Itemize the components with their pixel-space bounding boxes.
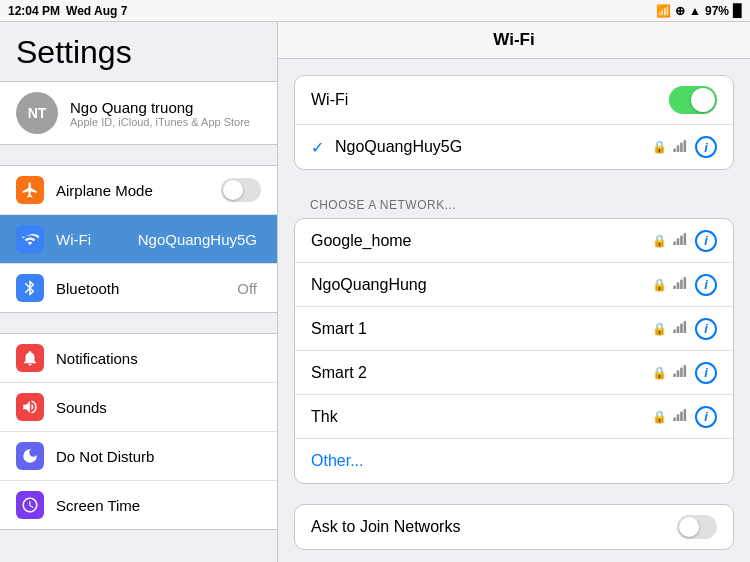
- svg-rect-21: [677, 414, 680, 421]
- notifications-label: Notifications: [56, 350, 261, 367]
- network-other[interactable]: Other...: [295, 439, 733, 483]
- lock-icon: 🔒: [652, 140, 667, 154]
- network-smart2[interactable]: Smart 2 🔒 i: [295, 351, 733, 395]
- settings-group-1: Airplane Mode Wi-Fi NgoQuangHuy5G Blueto…: [0, 165, 277, 313]
- battery-percent: 97%: [705, 4, 729, 18]
- network-google-home[interactable]: Google_home 🔒 i: [295, 219, 733, 263]
- wifi-toggle-row: Wi-Fi: [295, 76, 733, 125]
- user-info: Ngo Quang truong Apple ID, iCloud, iTune…: [70, 99, 250, 128]
- info-icon[interactable]: i: [695, 406, 717, 428]
- sidebar-item-dnd[interactable]: Do Not Disturb: [0, 432, 277, 481]
- wifi-sidebar-icon: [16, 225, 44, 253]
- signal-icon: [673, 321, 689, 336]
- status-bar: 12:04 PM Wed Aug 7 📶 ⊕ ▲ 97% ▉: [0, 0, 750, 22]
- bluetooth-icon: [16, 274, 44, 302]
- lock-icon: 🔒: [652, 234, 667, 248]
- svg-rect-6: [680, 236, 683, 245]
- lock-icon: 🔒: [652, 410, 667, 424]
- lock-icon: 🔒: [652, 278, 667, 292]
- svg-rect-11: [684, 277, 687, 289]
- sidebar-item-screentime[interactable]: Screen Time: [0, 481, 277, 529]
- airplane-icon: [16, 176, 44, 204]
- other-networks-label: Other...: [311, 452, 717, 470]
- battery-icon: ▉: [733, 4, 742, 18]
- user-profile[interactable]: NT Ngo Quang truong Apple ID, iCloud, iT…: [0, 81, 277, 145]
- status-bar-right: 📶 ⊕ ▲ 97% ▉: [656, 4, 742, 18]
- connected-network-icons: 🔒 i: [652, 136, 717, 158]
- connected-network-row[interactable]: ✓ NgoQuangHuy5G 🔒 i: [295, 125, 733, 169]
- network-icons: 🔒 i: [652, 406, 717, 428]
- sounds-icon: [16, 393, 44, 421]
- svg-rect-17: [677, 370, 680, 377]
- airplane-label: Airplane Mode: [56, 182, 221, 199]
- airplane-toggle[interactable]: [221, 178, 261, 202]
- wifi-content: Wi-Fi ✓ NgoQuangHuy5G 🔒: [278, 59, 750, 562]
- info-icon[interactable]: i: [695, 362, 717, 384]
- wifi-page-title: Wi-Fi: [493, 30, 534, 49]
- info-icon-connected[interactable]: i: [695, 136, 717, 158]
- main-container: Settings NT Ngo Quang truong Apple ID, i…: [0, 22, 750, 562]
- sidebar-item-airplane[interactable]: Airplane Mode: [0, 166, 277, 215]
- svg-rect-5: [677, 238, 680, 245]
- lock-icon: 🔒: [652, 366, 667, 380]
- bluetooth-value: Off: [237, 280, 257, 297]
- network-smart1[interactable]: Smart 1 🔒 i: [295, 307, 733, 351]
- svg-rect-10: [680, 280, 683, 289]
- user-subtitle: Apple ID, iCloud, iTunes & App Store: [70, 116, 250, 128]
- svg-rect-15: [684, 321, 687, 333]
- ask-join-row: Ask to Join Networks: [295, 505, 733, 549]
- sidebar: Settings NT Ngo Quang truong Apple ID, i…: [0, 22, 278, 562]
- network-icons: 🔒 i: [652, 362, 717, 384]
- ask-join-label: Ask to Join Networks: [311, 518, 677, 536]
- svg-rect-0: [673, 148, 676, 151]
- info-icon[interactable]: i: [695, 318, 717, 340]
- wifi-sidebar-value: NgoQuangHuy5G: [138, 231, 257, 248]
- info-icon[interactable]: i: [695, 274, 717, 296]
- svg-rect-1: [677, 145, 680, 152]
- signal-icon: [673, 233, 689, 248]
- sidebar-title: Settings: [0, 22, 277, 81]
- network-icons: 🔒 i: [652, 230, 717, 252]
- svg-rect-19: [684, 365, 687, 377]
- signal-icon: [673, 409, 689, 424]
- svg-rect-9: [677, 282, 680, 289]
- sidebar-item-sounds[interactable]: Sounds: [0, 383, 277, 432]
- date: Wed Aug 7: [66, 4, 127, 18]
- time: 12:04 PM: [8, 4, 60, 18]
- screentime-icon: [16, 491, 44, 519]
- svg-rect-14: [680, 324, 683, 333]
- status-bar-left: 12:04 PM Wed Aug 7: [8, 4, 127, 18]
- svg-rect-7: [684, 233, 687, 245]
- network-ngoquanghung[interactable]: NgoQuangHung 🔒 i: [295, 263, 733, 307]
- right-panel-header: Wi-Fi: [278, 22, 750, 59]
- ask-join-toggle[interactable]: [677, 515, 717, 539]
- svg-rect-16: [673, 374, 676, 377]
- svg-rect-3: [684, 140, 687, 152]
- user-name: Ngo Quang truong: [70, 99, 250, 116]
- network-name: NgoQuangHung: [311, 276, 652, 294]
- sidebar-item-bluetooth[interactable]: Bluetooth Off: [0, 264, 277, 312]
- avatar: NT: [16, 92, 58, 134]
- wifi-toggle[interactable]: [669, 86, 717, 114]
- sidebar-item-notifications[interactable]: Notifications: [0, 334, 277, 383]
- right-panel: Wi-Fi Wi-Fi ✓ NgoQuangHuy5G 🔒: [278, 22, 750, 562]
- svg-rect-23: [684, 409, 687, 421]
- network-name: Thk: [311, 408, 652, 426]
- svg-rect-8: [673, 286, 676, 289]
- network-thk[interactable]: Thk 🔒 i: [295, 395, 733, 439]
- network-icons: 🔒 i: [652, 318, 717, 340]
- network-name: Smart 1: [311, 320, 652, 338]
- sidebar-item-wifi[interactable]: Wi-Fi NgoQuangHuy5G: [0, 215, 277, 264]
- signal-icon: [673, 140, 689, 155]
- wifi-toggle-section: Wi-Fi ✓ NgoQuangHuy5G 🔒: [294, 75, 734, 170]
- svg-rect-22: [680, 412, 683, 421]
- svg-rect-2: [680, 142, 683, 151]
- checkmark-icon: ✓: [311, 138, 327, 157]
- settings-group-2: Notifications Sounds Do Not Disturb Scre…: [0, 333, 277, 530]
- network-name: Google_home: [311, 232, 652, 250]
- info-icon[interactable]: i: [695, 230, 717, 252]
- signal-icon: [673, 277, 689, 292]
- ask-join-section: Ask to Join Networks: [294, 504, 734, 550]
- dnd-icon: [16, 442, 44, 470]
- wifi-sidebar-label: Wi-Fi: [56, 231, 138, 248]
